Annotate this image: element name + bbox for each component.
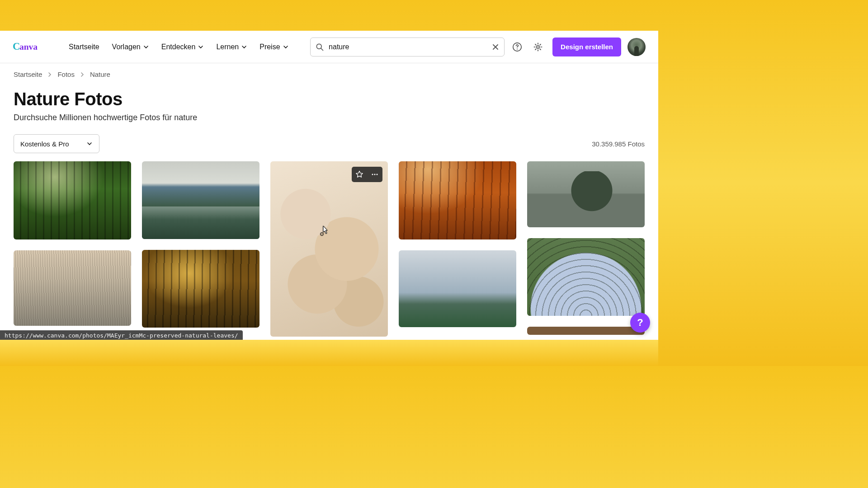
nav-learn[interactable]: Lernen	[216, 43, 247, 51]
search-input[interactable]	[324, 43, 491, 51]
nav-learn-label: Lernen	[216, 43, 239, 51]
settings-button[interactable]	[530, 39, 546, 55]
chevron-down-icon	[198, 44, 203, 50]
result-count: 30.359.985 Fotos	[592, 140, 645, 148]
nav-pricing-label: Preise	[259, 43, 280, 51]
svg-text:anva: anva	[19, 42, 38, 52]
nav-home-label: Startseite	[69, 43, 99, 51]
chevron-down-icon	[143, 44, 149, 50]
main-card: Canva Startseite Vorlagen Entdecken Lern…	[0, 31, 658, 341]
filter-label: Kostenlos & Pro	[20, 140, 69, 148]
gallery-col-2	[142, 161, 259, 328]
svg-point-8	[537, 46, 539, 48]
photo-thumb-hovered[interactable]	[270, 161, 388, 337]
photo-gallery	[0, 161, 658, 337]
avatar[interactable]	[627, 38, 646, 56]
gear-icon	[533, 42, 543, 52]
photo-thumb[interactable]	[399, 161, 516, 239]
filter-dropdown[interactable]: Kostenlos & Pro	[14, 134, 99, 153]
nav: Startseite Vorlagen Entdecken Lernen Pre…	[69, 43, 288, 51]
breadcrumb-home[interactable]: Startseite	[14, 70, 42, 78]
create-design-button[interactable]: Design erstellen	[552, 38, 621, 56]
gallery-col-1	[14, 161, 131, 326]
search-icon	[315, 42, 324, 52]
chevron-right-icon	[47, 72, 52, 77]
chevron-down-icon	[283, 44, 288, 50]
breadcrumb: Startseite Fotos Nature	[0, 63, 658, 78]
more-icon	[370, 170, 379, 179]
svg-point-11	[377, 174, 378, 175]
toolbar-row: Kostenlos & Pro 30.359.985 Fotos	[0, 134, 658, 161]
photo-thumb[interactable]	[142, 161, 259, 239]
photo-thumb[interactable]	[142, 250, 259, 328]
photo-thumb[interactable]	[527, 161, 645, 227]
search-bar[interactable]	[310, 38, 505, 56]
status-bar: https://www.canva.com/photos/MAEyr_icmMc…	[0, 330, 243, 341]
gallery-col-4	[399, 161, 516, 327]
photo-thumb[interactable]	[527, 327, 645, 335]
chevron-down-icon	[241, 44, 247, 50]
banner-top	[0, 0, 658, 31]
svg-text:C: C	[13, 41, 20, 52]
nav-discover-label: Entdecken	[161, 43, 196, 51]
nav-templates-label: Vorlagen	[112, 43, 141, 51]
photo-thumb[interactable]	[399, 250, 516, 327]
nav-home[interactable]: Startseite	[69, 43, 99, 51]
clear-search-icon[interactable]	[491, 43, 500, 51]
breadcrumb-photos[interactable]: Fotos	[57, 70, 75, 78]
page-subtitle: Durchsuche Millionen hochwertige Fotos f…	[0, 113, 658, 134]
favorite-button[interactable]	[352, 167, 367, 182]
page-title: Nature Fotos	[0, 78, 658, 113]
nav-templates[interactable]: Vorlagen	[112, 43, 149, 51]
banner-bottom	[0, 340, 658, 366]
nav-discover[interactable]: Entdecken	[161, 43, 204, 51]
gallery-col-3	[270, 161, 388, 337]
help-icon	[512, 42, 522, 52]
topbar: Canva Startseite Vorlagen Entdecken Lern…	[0, 31, 658, 63]
logo[interactable]: Canva	[13, 39, 53, 55]
svg-point-7	[517, 48, 518, 49]
chevron-right-icon	[80, 72, 85, 77]
breadcrumb-current: Nature	[90, 70, 110, 78]
svg-line-3	[321, 48, 323, 50]
photo-thumb[interactable]	[14, 161, 131, 239]
gallery-col-5	[527, 161, 645, 335]
svg-point-10	[374, 174, 376, 175]
star-icon	[355, 170, 364, 179]
help-fab[interactable]: ?	[630, 313, 650, 333]
thumb-actions	[352, 167, 382, 182]
nav-pricing[interactable]: Preise	[259, 43, 288, 51]
photo-thumb[interactable]	[527, 238, 645, 316]
svg-point-9	[372, 174, 373, 175]
more-button[interactable]	[367, 167, 382, 182]
chevron-down-icon	[86, 141, 93, 147]
help-button[interactable]	[509, 39, 525, 55]
photo-thumb[interactable]	[14, 250, 131, 326]
